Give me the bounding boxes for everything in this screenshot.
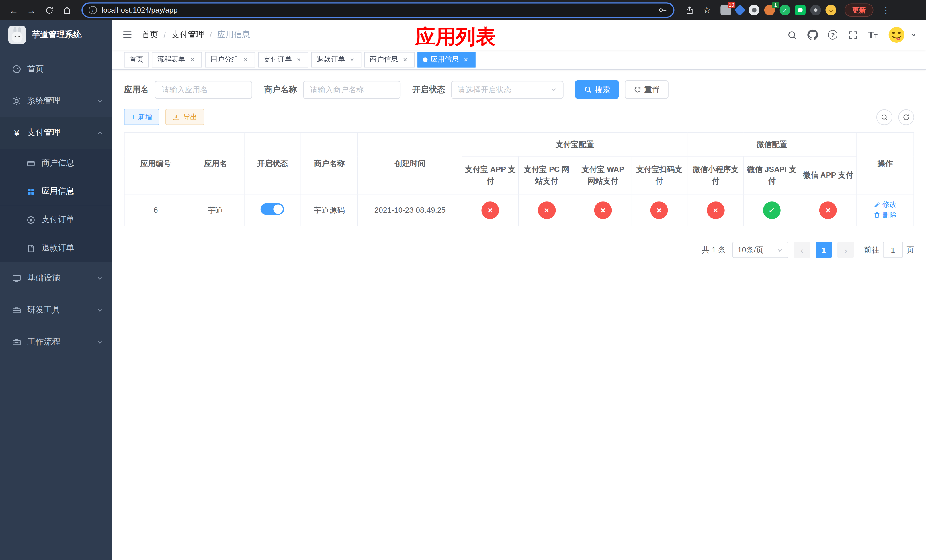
cell-actions: 修改 删除 <box>856 194 914 226</box>
tab-app-info[interactable]: 应用信息 × <box>418 51 475 67</box>
chevron-down-icon <box>97 275 103 281</box>
next-page-button[interactable]: › <box>837 242 854 258</box>
sidebar-item-merchant-info[interactable]: 商户信息 <box>0 149 112 177</box>
extension-badge: 10 <box>728 2 735 8</box>
export-button[interactable]: 导出 <box>165 109 204 125</box>
right-toolbar <box>876 109 914 125</box>
tab-home[interactable]: 首页 <box>124 51 149 67</box>
page-size-select[interactable]: 10条/页 <box>732 242 788 258</box>
sidebar-item-payment[interactable]: ¥ 支付管理 <box>0 117 112 149</box>
col-alipay-app: 支付宝 APP 支付 <box>462 156 519 194</box>
browser-forward-button[interactable]: → <box>24 2 39 18</box>
extension-icon-4[interactable]: 1 <box>764 5 775 15</box>
cell-wechat-app: × <box>800 194 856 226</box>
close-icon[interactable]: × <box>189 55 197 64</box>
refresh-button[interactable] <box>899 109 914 125</box>
app-title: 芋道管理系统 <box>32 30 82 40</box>
cell-wechat-jsapi: ✓ <box>744 194 800 226</box>
browser-back-button[interactable]: ← <box>6 2 21 18</box>
gear-icon <box>12 96 21 106</box>
app-table: 应用编号 应用名 开启状态 商户名称 创建时间 支付宝配置 微信配置 操作 支付… <box>124 132 914 227</box>
browser-update-button[interactable]: 更新 <box>844 3 874 17</box>
col-app-id: 应用编号 <box>124 133 188 194</box>
sidebar-item-refund-order[interactable]: 退款订单 <box>0 234 112 262</box>
toolbox-icon <box>12 305 21 315</box>
merchant-name-input[interactable] <box>303 80 400 98</box>
extension-icon-7[interactable] <box>810 5 821 15</box>
chevron-down-icon[interactable] <box>911 32 917 38</box>
merchant-name-label: 商户名称 <box>264 84 297 95</box>
logo-avatar <box>8 26 26 44</box>
sidebar-item-home[interactable]: 首页 <box>0 53 112 85</box>
search-icon[interactable] <box>787 30 797 40</box>
browser-menu-icon[interactable]: ⋮ <box>878 2 894 18</box>
toggle-search-button[interactable] <box>876 109 893 125</box>
app-logo[interactable]: 芋道管理系统 <box>0 20 112 50</box>
extension-icon-5[interactable]: ✓ <box>780 5 790 15</box>
font-size-icon[interactable]: TT <box>868 30 878 40</box>
plus-icon: + <box>131 113 135 121</box>
extension-icon-2[interactable] <box>734 4 746 16</box>
goto-page-input[interactable] <box>883 242 903 258</box>
extensions-puzzle-icon[interactable]: 10 <box>720 5 731 15</box>
site-info-icon[interactable]: i <box>89 6 97 14</box>
extension-icon-6[interactable] <box>795 5 805 15</box>
cell-app-id: 6 <box>124 194 188 226</box>
breadcrumb-payment[interactable]: 支付管理 <box>171 30 204 40</box>
status-toggle[interactable] <box>260 203 284 215</box>
tab-user-group[interactable]: 用户分组 × <box>205 51 255 67</box>
col-alipay-qr: 支付宝扫码支付 <box>631 156 687 194</box>
status-label: 开启状态 <box>412 84 445 95</box>
sidebar-item-pay-order[interactable]: 支付订单 <box>0 206 112 234</box>
breadcrumb-separator: / <box>210 30 212 39</box>
sidebar-menu: 首页 系统管理 ¥ 支付管理 <box>0 50 112 560</box>
github-icon[interactable] <box>808 30 818 40</box>
tab-merchant-info[interactable]: 商户信息 × <box>365 51 415 67</box>
briefcase-icon <box>12 337 21 347</box>
sidebar-item-app-info[interactable]: 应用信息 <box>0 177 112 206</box>
close-icon[interactable]: × <box>462 55 470 64</box>
tab-pay-order[interactable]: 支付订单 × <box>258 51 308 67</box>
hamburger-icon[interactable] <box>122 29 133 41</box>
add-button[interactable]: + 新增 <box>124 109 159 125</box>
reset-button[interactable]: 重置 <box>625 80 668 98</box>
extension-icon-8[interactable] <box>826 5 836 15</box>
col-alipay-pc: 支付宝 PC 网站支付 <box>519 156 575 194</box>
search-button[interactable]: 搜索 <box>575 80 619 98</box>
sidebar-item-dev-tools[interactable]: 研发工具 <box>0 294 112 326</box>
bookmark-star-icon[interactable]: ☆ <box>699 2 715 18</box>
user-avatar[interactable] <box>888 26 905 44</box>
share-icon[interactable] <box>681 2 697 18</box>
close-icon[interactable]: × <box>401 55 409 64</box>
sidebar-item-infrastructure[interactable]: 基础设施 <box>0 262 112 294</box>
extension-icon-3[interactable] <box>749 5 760 15</box>
sidebar-item-workflow[interactable]: 工作流程 <box>0 326 112 358</box>
password-key-icon[interactable] <box>658 5 667 15</box>
page-number-1[interactable]: 1 <box>816 242 832 258</box>
alipay-qr-status-icon: × <box>651 201 668 219</box>
close-icon[interactable]: × <box>295 55 303 64</box>
sidebar-item-system[interactable]: 系统管理 <box>0 85 112 117</box>
prev-page-button[interactable]: ‹ <box>794 242 810 258</box>
url-bar[interactable]: i localhost:1024/pay/app <box>82 2 674 18</box>
edit-button[interactable]: 修改 <box>874 200 897 210</box>
browser-reload-button[interactable] <box>41 2 57 18</box>
help-icon[interactable]: ? <box>828 30 837 39</box>
pagination: 共 1 条 10条/页 ‹ 1 › 前往 页 <box>124 242 914 258</box>
delete-button[interactable]: 删除 <box>874 210 897 220</box>
cell-wechat-mini: × <box>687 194 744 226</box>
breadcrumb-home[interactable]: 首页 <box>142 30 158 40</box>
browser-home-button[interactable] <box>59 2 74 18</box>
tab-process-form[interactable]: 流程表单 × <box>152 51 202 67</box>
app-name-input[interactable] <box>154 80 252 98</box>
col-group-alipay: 支付宝配置 <box>462 133 687 156</box>
status-select[interactable]: 请选择开启状态 <box>451 80 563 98</box>
document-icon <box>26 243 35 253</box>
fullscreen-icon[interactable] <box>848 30 858 40</box>
close-icon[interactable]: × <box>348 55 356 64</box>
chevron-down-icon <box>551 86 557 93</box>
col-actions: 操作 <box>856 133 914 194</box>
monitor-icon <box>12 274 21 283</box>
tab-refund-order[interactable]: 退款订单 × <box>311 51 362 67</box>
close-icon[interactable]: × <box>242 55 250 64</box>
